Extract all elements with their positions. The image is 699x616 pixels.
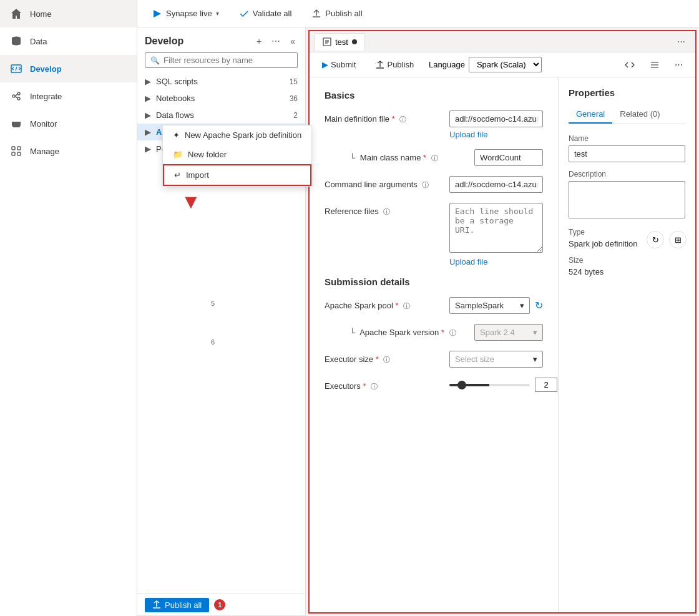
- submit-button[interactable]: ▶ Submit: [317, 57, 361, 72]
- synapse-live-button[interactable]: Synapse live ▾: [147, 6, 224, 21]
- spark-pool-refresh-icon[interactable]: ↻: [535, 300, 543, 311]
- executors-count: 2: [535, 378, 557, 392]
- form-row-main-def: Main definition file * ⓘ Upload file: [325, 110, 543, 139]
- submit-label: Submit: [331, 60, 356, 69]
- form-row-ref-files: Reference files ⓘ Upload file: [325, 203, 543, 266]
- props-description-textarea[interactable]: [569, 181, 685, 218]
- tree-arrow-sql: ▶: [145, 77, 152, 86]
- main-def-info-icon[interactable]: ⓘ: [399, 115, 406, 123]
- main-def-value: Upload file: [449, 110, 543, 139]
- content-area: ▼ ↻ ⊞ test ⋯: [306, 27, 699, 616]
- tree-label-sql: SQL scripts: [156, 77, 198, 86]
- sidebar-item-home[interactable]: Home: [0, 0, 137, 27]
- upload-file-link2[interactable]: Upload file: [449, 257, 543, 266]
- tree-item-notebooks[interactable]: ▶ Notebooks 36: [137, 90, 305, 107]
- tab-bar: test ⋯: [310, 31, 695, 52]
- tree-count-sql: 15: [290, 77, 298, 86]
- search-box[interactable]: 🔍: [145, 52, 298, 68]
- publish-all-label: Publish all: [165, 600, 202, 610]
- spark-pool-select[interactable]: SampleSpark ▾: [449, 297, 530, 314]
- svg-rect-8: [12, 152, 15, 155]
- context-import[interactable]: ↵ Import: [163, 164, 306, 186]
- validate-all-label: Validate all: [253, 9, 292, 18]
- sidebar-item-manage[interactable]: Manage: [0, 137, 137, 165]
- props-size-field: Size 524 bytes: [569, 256, 685, 276]
- collapse-expand-icon[interactable]: ⋯: [269, 35, 283, 47]
- tab-unsaved-dot: [352, 39, 357, 44]
- submission-section-title: Submission details: [325, 276, 543, 287]
- tab-test-label: test: [335, 37, 348, 47]
- spark-pool-info-icon[interactable]: ⓘ: [403, 302, 410, 310]
- props-name-label: Name: [569, 134, 685, 143]
- sidebar-item-home-label: Home: [30, 9, 52, 19]
- refresh-button[interactable]: ↻: [647, 231, 664, 248]
- ref-files-info-icon[interactable]: ⓘ: [383, 208, 390, 215]
- executor-size-info-icon[interactable]: ⓘ: [383, 356, 390, 363]
- tab-related[interactable]: Related (0): [612, 105, 667, 124]
- form-container: Basics Main definition file * ⓘ: [310, 77, 695, 612]
- tab-general[interactable]: General: [569, 105, 612, 124]
- settings-button[interactable]: ⊞: [669, 231, 687, 248]
- props-size-value: 524 bytes: [569, 267, 685, 276]
- tree-arrow-spark: ▶: [145, 127, 152, 137]
- context-new-folder-label: New folder: [188, 150, 227, 159]
- context-new-spark[interactable]: ✦ New Apache Spark job definition: [163, 125, 306, 145]
- language-selector[interactable]: Language Spark (Scala) PySpark .NET Spar…: [429, 57, 542, 72]
- tree-item-sql[interactable]: ▶ SQL scripts 15: [137, 73, 305, 90]
- ref-files-value: Upload file: [449, 203, 543, 266]
- sidebar-item-develop[interactable]: Develop: [0, 55, 137, 82]
- executors-slider[interactable]: [449, 384, 530, 386]
- publish-all-top-button[interactable]: Publish all: [306, 6, 367, 21]
- tab-test[interactable]: test: [315, 33, 365, 51]
- sidebar-item-monitor[interactable]: Monitor: [0, 110, 137, 137]
- publish-all-button[interactable]: Publish all: [145, 598, 209, 612]
- spark-version-select[interactable]: Spark 2.4 ▾: [474, 324, 543, 341]
- form-row-spark-version: └ Apache Spark version * ⓘ Spark 2.4 ▾: [350, 324, 543, 341]
- context-menu: ✦ New Apache Spark job definition 📁 New …: [162, 125, 306, 187]
- executor-size-chevron: ▾: [533, 354, 537, 364]
- ref-files-textarea[interactable]: [449, 203, 543, 253]
- search-input[interactable]: [164, 56, 292, 65]
- spark-version-label: └ Apache Spark version * ⓘ: [350, 324, 474, 338]
- form-row-cmd-args: Command line arguments ⓘ: [325, 176, 543, 193]
- main-class-input[interactable]: [474, 149, 543, 166]
- search-icon: 🔍: [150, 56, 160, 65]
- more-options-button[interactable]: ⋯: [670, 57, 688, 72]
- develop-header: Develop + ⋯ «: [137, 27, 305, 52]
- cmd-args-info-icon[interactable]: ⓘ: [422, 181, 429, 188]
- context-new-folder[interactable]: 📁 New folder: [163, 145, 306, 164]
- properties-title: Properties: [569, 87, 685, 98]
- props-size-label: Size: [569, 256, 685, 265]
- data-icon: [10, 35, 22, 47]
- spark-pool-value: SampleSpark ▾ ↻: [449, 297, 543, 314]
- props-name-input[interactable]: [569, 145, 685, 162]
- main-class-value: [474, 149, 543, 166]
- properties-toggle-button[interactable]: [645, 57, 665, 72]
- upload-file-link[interactable]: Upload file: [449, 130, 543, 139]
- tree-item-dataflows[interactable]: ▶ Data flows 2: [137, 107, 305, 124]
- executors-label: Executors * ⓘ: [325, 378, 449, 391]
- publish-button[interactable]: Publish: [371, 57, 419, 72]
- tree-label-dataflows: Data flows: [156, 110, 194, 120]
- validate-all-button[interactable]: Validate all: [234, 6, 297, 21]
- svg-point-5: [16, 123, 17, 124]
- executors-info-icon[interactable]: ⓘ: [371, 383, 378, 390]
- spark-pool-label: Apache Spark pool * ⓘ: [325, 297, 449, 311]
- sidebar-item-integrate[interactable]: Integrate: [0, 82, 137, 110]
- main-def-input[interactable]: [449, 110, 543, 127]
- manage-icon: [10, 145, 22, 157]
- collapse-icon[interactable]: «: [288, 35, 298, 47]
- tab-more-button[interactable]: ⋯: [672, 34, 690, 49]
- monitor-icon: [10, 117, 22, 130]
- cmd-args-input[interactable]: [449, 176, 543, 193]
- main-class-info-icon[interactable]: ⓘ: [431, 154, 438, 162]
- code-icon-button[interactable]: [620, 57, 640, 72]
- cmd-args-value: [449, 176, 543, 193]
- spark-version-info-icon[interactable]: ⓘ: [449, 329, 456, 336]
- executor-size-select[interactable]: Select size ▾: [449, 351, 543, 368]
- add-icon[interactable]: +: [254, 35, 264, 47]
- tree-arrow-powerbi: ▶: [145, 144, 152, 154]
- language-select-input[interactable]: Spark (Scala) PySpark .NET Spark: [469, 57, 542, 72]
- sidebar-item-data[interactable]: Data: [0, 27, 137, 55]
- sidebar: Home Data Develop Integrate Monitor: [0, 0, 137, 616]
